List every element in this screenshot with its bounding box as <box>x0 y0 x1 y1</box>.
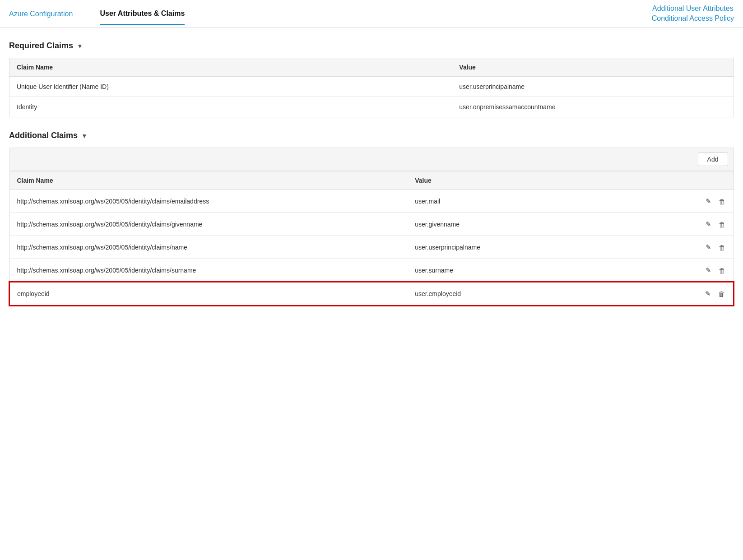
edit-claim-button-0[interactable]: ✎ <box>705 196 712 206</box>
additional-claim-actions-0: ✎ 🗑 <box>661 190 734 213</box>
additional-claims-title: Additional Claims <box>9 131 78 140</box>
additional-claim-name-1: http://schemas.xmlsoap.org/ws/2005/05/id… <box>9 213 408 236</box>
additional-claim-actions-4: ✎ 🗑 <box>661 282 734 305</box>
action-icons-2: ✎ 🗑 <box>669 242 726 252</box>
additional-claim-name-4: employeeid <box>9 282 408 305</box>
additional-claims-col-actions <box>661 171 734 190</box>
table-row: http://schemas.xmlsoap.org/ws/2005/05/id… <box>9 236 734 259</box>
delete-claim-button-1[interactable]: 🗑 <box>718 220 726 229</box>
required-claims-col-value: Value <box>452 58 734 77</box>
nav-tabs: Azure Configuration User Attributes & Cl… <box>0 0 743 28</box>
additional-claim-actions-1: ✎ 🗑 <box>661 213 734 236</box>
tab-additional-user-attributes[interactable]: Additional User Attributes <box>652 5 734 13</box>
table-row: Identity user.onpremisessamaccountname <box>9 97 734 117</box>
action-icons-1: ✎ 🗑 <box>669 219 726 229</box>
additional-claims-col-value: Value <box>408 171 661 190</box>
edit-claim-button-2[interactable]: ✎ <box>705 242 712 252</box>
additional-claim-actions-3: ✎ 🗑 <box>661 259 734 282</box>
page-container: Azure Configuration User Attributes & Cl… <box>0 0 743 329</box>
required-claims-table: Claim Name Value Unique User Identifier … <box>9 58 734 117</box>
required-claim-value-0: user.userprincipalname <box>452 77 734 97</box>
required-claims-dropdown-icon[interactable]: ▼ <box>77 42 83 50</box>
required-claim-name-0: Unique User Identifier (Name ID) <box>9 77 452 97</box>
delete-claim-button-2[interactable]: 🗑 <box>718 243 726 252</box>
tab-user-attributes-claims[interactable]: User Attributes & Claims <box>100 2 185 25</box>
additional-claim-value-4: user.employeeid <box>408 282 661 305</box>
delete-claim-button-4[interactable]: 🗑 <box>717 289 726 299</box>
additional-claims-col-name: Claim Name <box>9 171 408 190</box>
action-icons-0: ✎ 🗑 <box>669 196 726 206</box>
edit-claim-button-3[interactable]: ✎ <box>705 265 712 275</box>
add-toolbar-row: Add <box>9 148 734 171</box>
add-claim-button[interactable]: Add <box>698 153 728 166</box>
required-claims-title: Required Claims <box>9 41 73 51</box>
table-row: Unique User Identifier (Name ID) user.us… <box>9 77 734 97</box>
required-claims-col-name: Claim Name <box>9 58 452 77</box>
additional-claim-name-3: http://schemas.xmlsoap.org/ws/2005/05/id… <box>9 259 408 282</box>
delete-claim-button-0[interactable]: 🗑 <box>718 197 726 206</box>
required-claim-value-1: user.onpremisessamaccountname <box>452 97 734 117</box>
required-claim-name-1: Identity <box>9 97 452 117</box>
tab-conditional-access-policy[interactable]: Conditional Access Policy <box>652 14 734 23</box>
additional-claim-name-0: http://schemas.xmlsoap.org/ws/2005/05/id… <box>9 190 408 213</box>
action-icons-4: ✎ 🗑 <box>669 289 726 299</box>
additional-claim-value-3: user.surname <box>408 259 661 282</box>
additional-claims-header-row: Claim Name Value <box>9 171 734 190</box>
additional-claims-header: Additional Claims ▼ <box>9 131 734 140</box>
main-content: Required Claims ▼ Claim Name Value Uniqu… <box>0 28 743 329</box>
additional-claim-value-2: user.userprincipalname <box>408 236 661 259</box>
required-claims-header: Required Claims ▼ <box>9 41 734 51</box>
required-claims-header-row: Claim Name Value <box>9 58 734 77</box>
additional-claims-section: Additional Claims ▼ Add Claim Name Valu <box>9 131 734 306</box>
table-row: http://schemas.xmlsoap.org/ws/2005/05/id… <box>9 259 734 282</box>
additional-claims-dropdown-icon[interactable]: ▼ <box>81 132 88 139</box>
table-row-highlighted: employeeid user.employeeid ✎ 🗑 <box>9 282 734 305</box>
additional-claim-value-0: user.mail <box>408 190 661 213</box>
edit-claim-button-4[interactable]: ✎ <box>704 289 712 299</box>
add-toolbar-cell: Add <box>9 148 734 171</box>
additional-claims-table: Add Claim Name Value http://schemas.xmls… <box>9 148 734 306</box>
required-claims-section: Required Claims ▼ Claim Name Value Uniqu… <box>9 41 734 117</box>
edit-claim-button-1[interactable]: ✎ <box>705 219 712 229</box>
additional-claim-value-1: user.givenname <box>408 213 661 236</box>
right-nav-group: Additional User Attributes Conditional A… <box>652 0 734 27</box>
table-row: http://schemas.xmlsoap.org/ws/2005/05/id… <box>9 190 734 213</box>
table-row: http://schemas.xmlsoap.org/ws/2005/05/id… <box>9 213 734 236</box>
tab-azure-configuration[interactable]: Azure Configuration <box>9 3 73 24</box>
delete-claim-button-3[interactable]: 🗑 <box>718 266 726 275</box>
add-toolbar: Add <box>10 148 734 171</box>
additional-claim-actions-2: ✎ 🗑 <box>661 236 734 259</box>
additional-claim-name-2: http://schemas.xmlsoap.org/ws/2005/05/id… <box>9 236 408 259</box>
action-icons-3: ✎ 🗑 <box>669 265 726 275</box>
